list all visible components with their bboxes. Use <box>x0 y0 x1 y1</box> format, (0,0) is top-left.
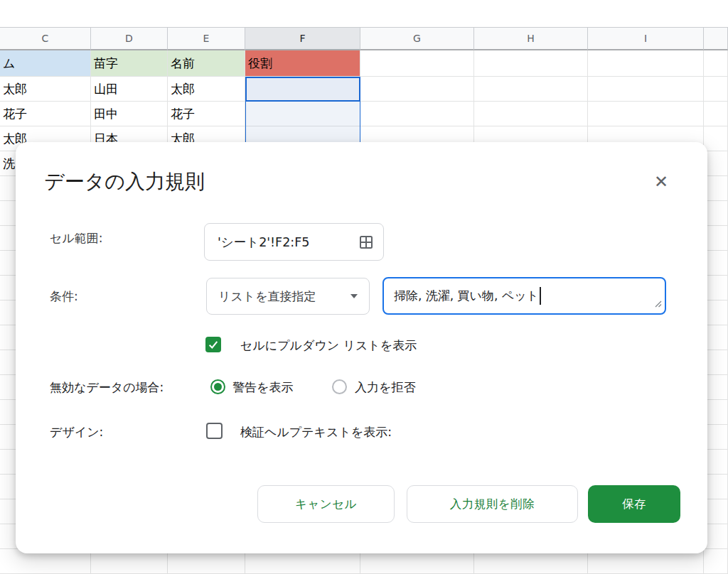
cell-X10[interactable] <box>704 276 728 300</box>
cell-X14[interactable] <box>704 375 728 400</box>
save-button[interactable]: 保存 <box>588 485 680 523</box>
cell-E2[interactable]: 太郎 <box>168 77 245 102</box>
column-header-D[interactable]: D <box>91 27 168 50</box>
cell-I3[interactable] <box>588 102 704 126</box>
column-header-E[interactable]: E <box>168 27 245 50</box>
checkmark-icon <box>207 338 220 351</box>
cell-I2[interactable] <box>588 77 704 102</box>
close-icon[interactable]: ✕ <box>650 170 673 193</box>
text-cursor <box>540 287 541 305</box>
delete-rule-button[interactable]: 入力規則を削除 <box>407 485 578 523</box>
cell-X15[interactable] <box>704 400 728 425</box>
cell-I1[interactable] <box>588 50 704 77</box>
radio-reject-input[interactable] <box>332 379 347 394</box>
cell-range-label: セル範囲: <box>50 229 103 247</box>
condition-dropdown-value: リストを直接指定 <box>218 288 316 305</box>
cell-X1[interactable] <box>704 50 728 77</box>
column-header-H[interactable]: H <box>474 27 588 50</box>
show-dropdown-label: セルにプルダウン リストを表示 <box>240 337 417 354</box>
column-header-F[interactable]: F <box>245 27 360 50</box>
cell-X3[interactable] <box>704 102 728 126</box>
select-range-grid-icon[interactable] <box>359 235 373 249</box>
cell-X21[interactable] <box>704 549 728 574</box>
column-header-partial[interactable] <box>704 27 728 50</box>
radio-reject-input-label: 入力を拒否 <box>355 379 415 396</box>
cell-X4[interactable] <box>704 126 728 151</box>
column-header-G[interactable]: G <box>360 27 474 50</box>
condition-dropdown[interactable]: リストを直接指定 <box>206 278 370 315</box>
invalid-data-label: 無効なデータの場合: <box>50 379 164 396</box>
cell-H3[interactable] <box>474 102 588 126</box>
help-text-label: 検証ヘルプテキストを表示: <box>240 423 392 440</box>
cell-F3[interactable] <box>245 102 360 126</box>
cell-D3[interactable]: 田中 <box>91 102 168 126</box>
cell-range-input[interactable]: 'シート2'!F2:F5 <box>204 223 384 261</box>
cell-X5[interactable] <box>704 151 728 176</box>
cell-C1[interactable]: ム <box>0 50 91 77</box>
cell-H1[interactable] <box>474 50 588 77</box>
cell-G1[interactable] <box>360 50 474 77</box>
design-label: デザイン: <box>50 423 103 440</box>
cell-E3[interactable]: 花子 <box>168 102 245 126</box>
dialog-title: データの入力規則 <box>44 169 205 195</box>
cell-X8[interactable] <box>704 226 728 251</box>
cell-D2[interactable]: 山田 <box>91 77 168 102</box>
cell-X19[interactable] <box>704 499 728 524</box>
condition-label: 条件: <box>50 288 78 305</box>
cell-C3[interactable]: 花子 <box>0 102 91 126</box>
radio-show-warning-label: 警告を表示 <box>232 379 293 396</box>
show-dropdown-checkbox[interactable] <box>205 337 221 352</box>
cell-F1[interactable]: 役割 <box>245 50 360 77</box>
cell-X6[interactable] <box>704 176 728 201</box>
list-items-value: 掃除, 洗濯, 買い物, ペット <box>394 288 539 304</box>
cell-F2[interactable] <box>245 77 360 102</box>
cell-H2[interactable] <box>474 77 588 102</box>
column-header-C[interactable]: C <box>0 27 91 50</box>
data-validation-dialog: データの入力規則 ✕ セル範囲: 'シート2'!F2:F5 条件: リストを直接… <box>16 142 707 553</box>
cell-X20[interactable] <box>704 524 728 549</box>
resize-handle-icon[interactable] <box>654 296 662 310</box>
cell-X9[interactable] <box>704 251 728 276</box>
radio-dot <box>214 383 222 391</box>
cell-X17[interactable] <box>704 450 728 475</box>
cancel-button[interactable]: キャンセル <box>257 485 395 523</box>
cell-X13[interactable] <box>704 350 728 375</box>
column-header-I[interactable]: I <box>588 27 704 50</box>
list-items-input[interactable]: 掃除, 洗濯, 買い物, ペット <box>382 277 666 315</box>
cell-range-value: 'シート2'!F2:F5 <box>218 234 309 251</box>
cell-X16[interactable] <box>704 425 728 450</box>
help-text-checkbox[interactable] <box>206 423 223 439</box>
cell-C2[interactable]: 太郎 <box>0 77 91 102</box>
radio-show-warning[interactable] <box>210 379 225 394</box>
cell-X2[interactable] <box>704 77 728 102</box>
cell-G3[interactable] <box>360 102 474 126</box>
chevron-down-icon <box>350 294 358 298</box>
cell-X7[interactable] <box>704 201 728 226</box>
cell-D1[interactable]: 苗字 <box>91 50 168 77</box>
cell-X12[interactable] <box>704 325 728 350</box>
cell-E1[interactable]: 名前 <box>168 50 245 77</box>
cell-X18[interactable] <box>704 475 728 499</box>
cell-G2[interactable] <box>360 77 474 102</box>
cell-X11[interactable] <box>704 300 728 325</box>
